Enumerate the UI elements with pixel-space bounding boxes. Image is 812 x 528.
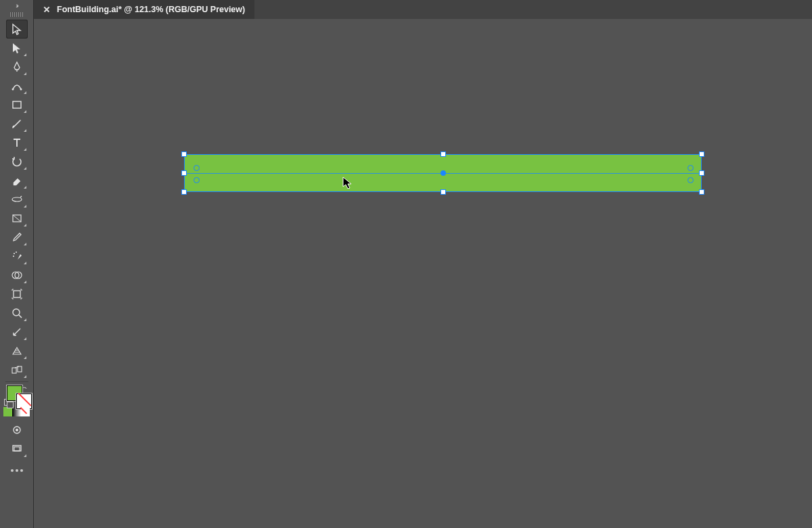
- slice-tool[interactable]: [6, 322, 28, 341]
- corner-widget-tr[interactable]: [687, 165, 694, 171]
- handle-tc[interactable]: [441, 151, 446, 157]
- rectangle-tool[interactable]: [6, 95, 28, 114]
- svg-rect-2: [13, 101, 21, 108]
- document-tab-bar: FontBuilding.ai* @ 121.3% (RGB/GPU Previ…: [34, 0, 812, 19]
- expand-panel-icon[interactable]: ››: [0, 1, 33, 9]
- handle-mr[interactable]: [699, 170, 704, 176]
- zoom-tool[interactable]: [6, 304, 28, 322]
- tools-panel: ››: [0, 0, 34, 528]
- type-tool[interactable]: [6, 133, 28, 152]
- svg-point-3: [12, 197, 22, 201]
- gradient-tool[interactable]: [6, 209, 28, 228]
- corner-widget-bl[interactable]: [194, 177, 200, 183]
- perspective-grid-tool[interactable]: [6, 341, 28, 360]
- svg-point-5: [14, 253, 15, 254]
- handle-bc[interactable]: [441, 189, 446, 195]
- screen-mode[interactable]: [6, 439, 28, 458]
- handle-tr[interactable]: [699, 151, 704, 157]
- selection-tool[interactable]: [6, 20, 28, 39]
- symbol-sprayer-tool[interactable]: [6, 247, 28, 266]
- color-mode-none[interactable]: [21, 407, 30, 416]
- artboard-tool[interactable]: [6, 285, 28, 304]
- svg-point-1: [20, 89, 22, 91]
- close-tab-icon[interactable]: [43, 6, 50, 13]
- center-point[interactable]: [441, 170, 446, 176]
- svg-rect-17: [14, 447, 20, 451]
- corner-widget-tl[interactable]: [194, 165, 200, 171]
- document-tab[interactable]: FontBuilding.ai* @ 121.3% (RGB/GPU Previ…: [34, 0, 254, 19]
- svg-point-7: [13, 256, 14, 257]
- svg-rect-10: [14, 291, 20, 297]
- document-tab-title: FontBuilding.ai* @ 121.3% (RGB/GPU Previ…: [57, 5, 245, 14]
- svg-point-15: [16, 429, 18, 431]
- rotate-tool[interactable]: [6, 152, 28, 171]
- fill-stroke-control[interactable]: ⤺: [4, 384, 30, 407]
- ruler-toggle[interactable]: [0, 9, 33, 19]
- blend-tool[interactable]: [6, 360, 28, 379]
- eyedropper-tool[interactable]: [6, 228, 28, 247]
- draw-mode-normal[interactable]: [6, 421, 28, 439]
- corner-widget-br[interactable]: [687, 177, 694, 183]
- svg-point-0: [12, 89, 14, 91]
- edit-toolbar-button[interactable]: [6, 462, 28, 479]
- handle-br[interactable]: [699, 189, 704, 195]
- handle-bl[interactable]: [181, 189, 187, 195]
- svg-point-11: [13, 309, 20, 316]
- svg-rect-12: [12, 368, 16, 373]
- handle-tl[interactable]: [181, 151, 187, 157]
- canvas-area[interactable]: [34, 19, 812, 528]
- pen-tool[interactable]: [6, 57, 28, 76]
- shape-builder-tool[interactable]: [6, 266, 28, 285]
- svg-rect-13: [18, 366, 22, 372]
- selected-object-bounding-box[interactable]: [184, 154, 702, 192]
- width-tool[interactable]: [6, 190, 28, 209]
- curvature-tool[interactable]: [6, 76, 28, 95]
- direct-selection-tool[interactable]: [6, 39, 28, 57]
- color-mode-solid[interactable]: [3, 407, 12, 416]
- svg-point-6: [16, 251, 17, 253]
- paintbrush-tool[interactable]: [6, 114, 28, 133]
- eraser-tool[interactable]: [6, 171, 28, 190]
- handle-ml[interactable]: [181, 170, 187, 176]
